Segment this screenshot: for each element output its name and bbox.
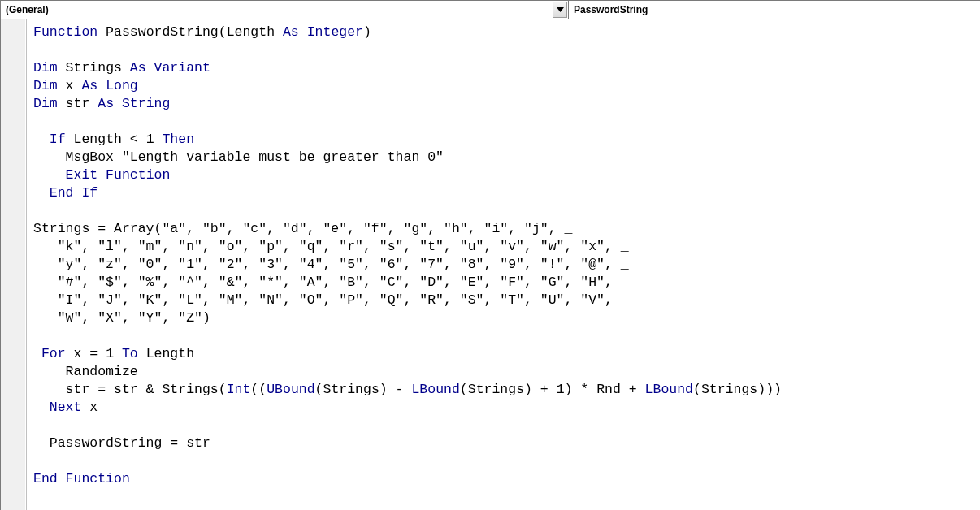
code-line: Dim x As Long <box>33 77 980 95</box>
code-line: "I", "J", "K", "L", "M", "N", "O", "P", … <box>33 292 980 309</box>
code-line: End Function <box>33 470 980 488</box>
vba-editor-window: (General) PasswordString Function Passwo… <box>0 0 980 510</box>
procedure-dropdown-text: PasswordString <box>569 1 980 19</box>
code-line: Randomize <box>33 363 980 381</box>
object-dropdown[interactable]: (General) <box>1 1 569 19</box>
editor-row: Function PasswordString(Length As Intege… <box>1 19 980 510</box>
object-dropdown-text: (General) <box>1 1 553 19</box>
code-line: End If <box>33 184 980 202</box>
code-line: If Length < 1 Then <box>33 131 980 149</box>
dropdown-arrow-icon[interactable] <box>553 2 567 18</box>
code-line: "#", "$", "%", "^", "&", "*", "A", "B", … <box>33 274 980 292</box>
code-line: "y", "z", "0", "1", "2", "3", "4", "5", … <box>33 256 980 274</box>
dropdown-bar: (General) PasswordString <box>1 1 980 19</box>
code-line <box>33 452 980 470</box>
code-line: Exit Function <box>33 166 980 184</box>
code-line: "k", "l", "m", "n", "o", "p", "q", "r", … <box>33 238 980 256</box>
procedure-dropdown[interactable]: PasswordString <box>569 1 980 19</box>
code-line: MsgBox "Length variable must be greater … <box>33 149 980 166</box>
code-line <box>33 41 980 59</box>
code-line <box>33 327 980 345</box>
code-line <box>33 202 980 220</box>
code-line <box>33 113 980 131</box>
code-line: Strings = Array("a", "b", "c", "d", "e",… <box>33 220 980 238</box>
code-line: PasswordString = str <box>33 434 980 452</box>
code-line: For x = 1 To Length <box>33 345 980 363</box>
code-line: Next x <box>33 399 980 417</box>
code-line: Function PasswordString(Length As Intege… <box>33 24 980 41</box>
code-line: Dim str As String <box>33 95 980 113</box>
code-line <box>33 417 980 434</box>
code-line: Dim Strings As Variant <box>33 59 980 77</box>
margin-gutter <box>1 19 27 510</box>
code-editor[interactable]: Function PasswordString(Length As Intege… <box>27 19 980 510</box>
code-line: "W", "X", "Y", "Z") <box>33 309 980 327</box>
code-line: str = str & Strings(Int((UBound(Strings)… <box>33 381 980 399</box>
